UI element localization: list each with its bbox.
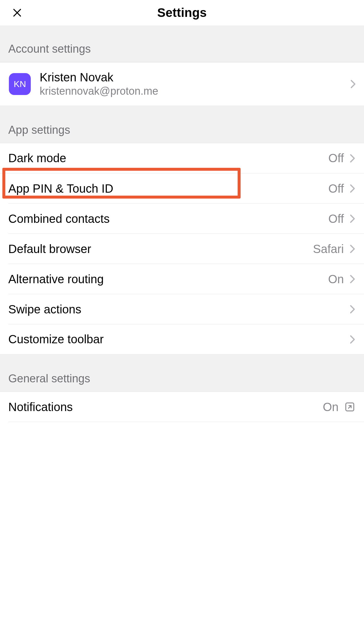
row-label: Dark mode [8, 152, 328, 165]
close-button[interactable] [9, 4, 25, 21]
section-header-general: General settings [0, 355, 364, 392]
account-text: Kristen Novak kristennovak@proton.me [40, 70, 350, 98]
close-icon [12, 8, 22, 18]
navbar: Settings [0, 0, 364, 25]
row-value: On [323, 400, 339, 414]
page-title: Settings [157, 6, 207, 20]
avatar: KN [9, 73, 31, 95]
settings-row-default-browser[interactable]: Default browser Safari [0, 234, 364, 264]
row-value: Safari [313, 242, 344, 256]
row-label: Customize toolbar [8, 333, 349, 346]
account-row[interactable]: KN Kristen Novak kristennovak@proton.me [0, 62, 364, 106]
chevron-right-icon [349, 183, 356, 194]
row-label: Default browser [8, 242, 313, 256]
chevron-right-icon [349, 244, 356, 254]
section-header-app: App settings [0, 106, 364, 143]
section-header-account: Account settings [0, 25, 364, 62]
chevron-right-icon [349, 334, 356, 345]
settings-row-combined-contacts[interactable]: Combined contacts Off [0, 204, 364, 234]
row-value: Off [328, 212, 344, 226]
row-label: Swipe actions [8, 303, 349, 316]
settings-row-swipe-actions[interactable]: Swipe actions [0, 294, 364, 324]
chevron-right-icon [349, 153, 356, 164]
settings-row-alternative-routing[interactable]: Alternative routing On [0, 264, 364, 294]
account-email: kristennovak@proton.me [40, 84, 350, 98]
row-label: Combined contacts [8, 212, 328, 226]
general-settings-list: Notifications On [0, 392, 364, 422]
settings-row-customize-toolbar[interactable]: Customize toolbar [0, 324, 364, 355]
account-name: Kristen Novak [40, 70, 350, 84]
external-link-icon [344, 401, 356, 413]
row-label: Notifications [8, 400, 323, 414]
settings-row-dark-mode[interactable]: Dark mode Off [0, 143, 364, 173]
row-value: Off [328, 152, 344, 165]
row-label: App PIN & Touch ID [8, 182, 328, 195]
row-value: On [328, 273, 344, 286]
settings-row-notifications[interactable]: Notifications On [0, 392, 364, 422]
row-label: Alternative routing [8, 273, 328, 286]
chevron-right-icon [349, 304, 356, 315]
chevron-right-icon [349, 213, 356, 224]
app-settings-list: Dark mode Off App PIN & Touch ID Off Com… [0, 143, 364, 355]
settings-row-app-pin[interactable]: App PIN & Touch ID Off [0, 173, 364, 204]
row-value: Off [328, 182, 344, 195]
chevron-right-icon [349, 274, 356, 284]
chevron-right-icon [350, 79, 356, 89]
